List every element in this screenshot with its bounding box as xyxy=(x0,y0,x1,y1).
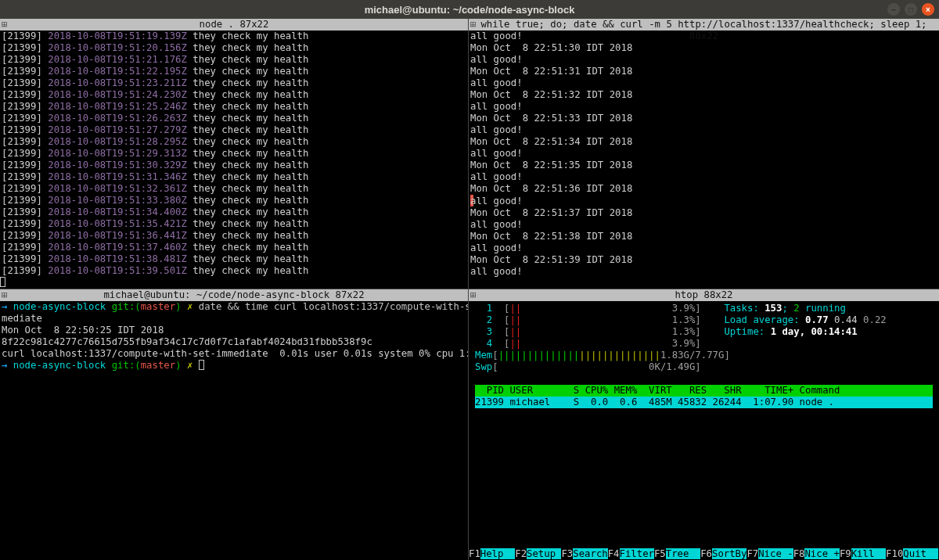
pane-healthcheck[interactable]: ⊞while true; do; date && curl -m 5 http:… xyxy=(469,19,939,289)
close-button[interactable]: × xyxy=(922,3,934,16)
log-line: [21399] 2018-10-08T19:51:28.295Z they ch… xyxy=(2,136,466,148)
log-line: [21399] 2018-10-08T19:51:35.421Z they ch… xyxy=(2,218,466,230)
window-titlebar: michael@ubuntu: ~/code/node-async-block … xyxy=(0,0,939,19)
health-date: Mon Oct 8 22:51:36 IDT 2018 xyxy=(470,183,937,195)
health-good: all good! xyxy=(470,54,937,66)
log-line: [21399] 2018-10-08T19:51:36.441Z they ch… xyxy=(2,230,466,242)
health-good: all good! xyxy=(470,101,937,113)
cursor-icon xyxy=(0,277,5,287)
window-controls: – □ × xyxy=(887,3,934,16)
health-date: Mon Oct 8 22:51:38 IDT 2018 xyxy=(470,231,937,242)
pane-shell[interactable]: ⊞michael@ubuntu: ~/code/node-async-block… xyxy=(0,289,469,560)
cpu-bar: 1 [|| 3.9%] Tasks: 153; 2 running xyxy=(475,303,933,314)
cpu-bar: 3 [|| 1.3%] Uptime: 1 day, 00:14:41 xyxy=(475,326,933,338)
swp-label: Swp xyxy=(475,361,492,372)
log-line: [21399] 2018-10-08T19:51:32.361Z they ch… xyxy=(2,183,466,195)
fkey-F7[interactable]: F7 xyxy=(747,548,758,559)
htop-fkeys: F1Help F2Setup F3SearchF4FilterF5Tree F6… xyxy=(469,548,939,560)
log-line: [21399] 2018-10-08T19:51:22.195Z they ch… xyxy=(2,66,466,77)
health-date: Mon Oct 8 22:51:32 IDT 2018 xyxy=(470,89,937,101)
prompt-line: → node-async-block git:(master) ✗ xyxy=(2,360,466,372)
output-line: 8f22c981c4277c76615d755fb9af34c17c7d0f7c… xyxy=(2,336,466,348)
minimize-button[interactable]: – xyxy=(887,3,900,16)
health-good: all good! xyxy=(470,242,937,254)
log-line: [21399] 2018-10-08T19:51:20.156Z they ch… xyxy=(2,42,466,54)
log-line: [21399] 2018-10-08T19:51:39.501Z they ch… xyxy=(2,265,466,277)
health-date: Mon Oct 8 22:51:31 IDT 2018 xyxy=(470,66,937,77)
log-line: [21399] 2018-10-08T19:51:26.263Z they ch… xyxy=(2,113,466,124)
health-good: all good! xyxy=(470,266,937,278)
maximize-button[interactable]: □ xyxy=(905,3,917,16)
output-line: mediate xyxy=(2,313,466,325)
fkey-F3[interactable]: F3 xyxy=(561,548,573,559)
cpu-bar: 4 [|| 3.9%] xyxy=(475,338,933,350)
log-line: [21399] 2018-10-08T19:51:21.176Z they ch… xyxy=(2,54,466,66)
cpu-bar: 2 [|| 1.3%] Load average: 0.77 0.44 0.22 xyxy=(475,314,933,326)
health-good: all good! xyxy=(470,148,937,160)
fkey-F8[interactable]: F8 xyxy=(793,548,805,559)
swp-value: 0K/1.49G xyxy=(649,361,695,372)
cursor-icon xyxy=(199,360,204,370)
htop-row[interactable]: 21399 michael S 0.0 0.6 485M 45832 26244… xyxy=(475,397,933,408)
log-line: [21399] 2018-10-08T19:51:24.230Z they ch… xyxy=(2,89,466,101)
health-good: all good! xyxy=(470,219,937,231)
health-date: Mon Oct 8 22:51:35 IDT 2018 xyxy=(470,160,937,171)
pane-titlebar: ⊞node . 87x22 xyxy=(0,19,468,31)
health-good: all good! xyxy=(470,171,937,183)
output-line: curl localhost:1337/compute-with-set-imm… xyxy=(2,348,466,360)
pane-titlebar: ⊞michael@ubuntu: ~/code/node-async-block… xyxy=(0,289,468,301)
window-title: michael@ubuntu: ~/code/node-async-block xyxy=(0,4,939,16)
htop-header: PID USER S CPU% MEM% VIRT RES SHR TIME+ … xyxy=(475,385,933,397)
fkey-F4[interactable]: F4 xyxy=(608,548,620,559)
log-line: [21399] 2018-10-08T19:51:27.279Z they ch… xyxy=(2,124,466,136)
log-line: [21399] 2018-10-08T19:51:25.246Z they ch… xyxy=(2,101,466,113)
log-line: [21399] 2018-10-08T19:51:31.346Z they ch… xyxy=(2,171,466,183)
health-good: all good! xyxy=(470,124,937,136)
health-date: Mon Oct 8 22:51:33 IDT 2018 xyxy=(470,113,937,124)
pane-titlebar: ⊞while true; do; date && curl -m 5 http:… xyxy=(469,19,939,31)
log-line: [21399] 2018-10-08T19:51:23.211Z they ch… xyxy=(2,77,466,89)
fkey-F10[interactable]: F10 xyxy=(886,548,903,559)
pane-titlebar: ⊞htop 88x22 xyxy=(469,289,939,301)
prompt-line: → node-async-block git:(master) ✗ date &… xyxy=(2,301,466,313)
health-date: Mon Oct 8 22:51:30 IDT 2018 xyxy=(470,42,937,54)
health-date: Mon Oct 8 22:51:39 IDT 2018 xyxy=(470,254,937,266)
fkey-F9[interactable]: F9 xyxy=(840,548,851,559)
fkey-F5[interactable]: F5 xyxy=(654,548,666,559)
pane-node-log[interactable]: ⊞node . 87x22 [21399] 2018-10-08T19:51:1… xyxy=(0,19,469,289)
health-date: Mon Oct 8 22:51:37 IDT 2018 xyxy=(470,207,937,219)
fkey-F2[interactable]: F2 xyxy=(515,548,527,559)
log-line: [21399] 2018-10-08T19:51:33.380Z they ch… xyxy=(2,195,466,206)
log-line: [21399] 2018-10-08T19:51:38.481Z they ch… xyxy=(2,253,466,265)
log-line: [21399] 2018-10-08T19:51:29.313Z they ch… xyxy=(2,148,466,160)
log-line: [21399] 2018-10-08T19:51:19.139Z they ch… xyxy=(2,31,466,42)
mem-value: 1.83G/7.77G xyxy=(660,350,724,361)
log-line: [21399] 2018-10-08T19:51:37.460Z they ch… xyxy=(2,242,466,253)
pane-htop[interactable]: ⊞htop 88x22 1 [|| 3.9%] Tasks: 153; 2 ru… xyxy=(469,289,939,560)
output-line: Mon Oct 8 22:50:25 IDT 2018 xyxy=(2,325,466,336)
command-text: date && time curl localhost:1337/compute… xyxy=(199,301,469,312)
log-line: [21399] 2018-10-08T19:51:30.329Z they ch… xyxy=(2,160,466,171)
fkey-F1[interactable]: F1 xyxy=(469,548,480,559)
fkey-F6[interactable]: F6 xyxy=(700,548,712,559)
log-line: [21399] 2018-10-08T19:51:34.400Z they ch… xyxy=(2,206,466,218)
health-good: all good! xyxy=(470,77,937,89)
mem-label: Mem xyxy=(475,350,492,361)
health-good: all good! xyxy=(470,195,937,207)
health-date: Mon Oct 8 22:51:34 IDT 2018 xyxy=(470,136,937,148)
